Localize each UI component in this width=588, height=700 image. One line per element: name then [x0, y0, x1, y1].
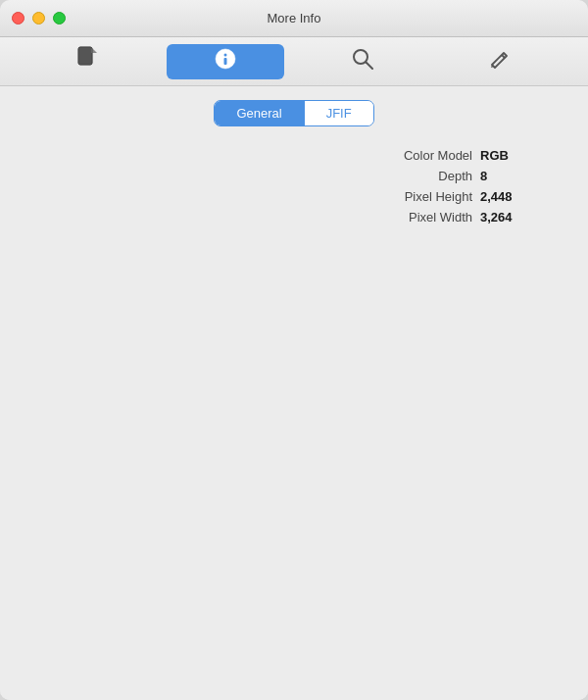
maximize-button[interactable]: [53, 12, 66, 25]
segment-jfif[interactable]: JFIF: [305, 101, 373, 125]
info-icon: [215, 48, 236, 75]
value-pixel-width: 3,264: [480, 210, 559, 225]
label-color-model: Color Model: [355, 148, 472, 163]
value-depth: 8: [480, 169, 559, 183]
segment-wrapper: General JFIF: [214, 100, 373, 126]
table-row: Color Model RGB: [29, 148, 559, 163]
toolbar-file-button[interactable]: [29, 44, 147, 79]
minimize-button[interactable]: [32, 12, 45, 25]
main-window: More Info: [0, 0, 588, 700]
label-depth: Depth: [355, 169, 472, 183]
toolbar-edit-button[interactable]: [441, 44, 559, 79]
window-title: More Info: [268, 11, 321, 25]
table-row: Depth 8: [29, 169, 559, 183]
table-row: Pixel Height 2,448: [29, 189, 559, 204]
edit-icon: [489, 48, 511, 75]
info-table: Color Model RGB Depth 8 Pixel Height 2,4…: [0, 136, 588, 236]
toolbar: [0, 37, 588, 86]
toolbar-search-button[interactable]: [304, 44, 421, 79]
table-row: Pixel Width 3,264: [29, 210, 559, 225]
svg-point-3: [224, 54, 227, 57]
value-color-model: RGB: [480, 148, 559, 163]
content-area: [0, 236, 588, 700]
toolbar-info-button[interactable]: [167, 44, 284, 79]
search-icon: [352, 48, 373, 75]
svg-line-6: [367, 63, 373, 70]
file-icon: [77, 46, 99, 76]
label-pixel-height: Pixel Height: [355, 189, 472, 204]
titlebar: More Info: [0, 0, 588, 37]
value-pixel-height: 2,448: [480, 189, 559, 204]
close-button[interactable]: [12, 12, 24, 25]
segment-general[interactable]: General: [215, 101, 304, 125]
svg-rect-4: [224, 58, 227, 65]
segment-control: General JFIF: [0, 100, 588, 126]
window-controls: [12, 12, 66, 25]
svg-rect-0: [78, 47, 92, 65]
label-pixel-width: Pixel Width: [355, 210, 472, 225]
